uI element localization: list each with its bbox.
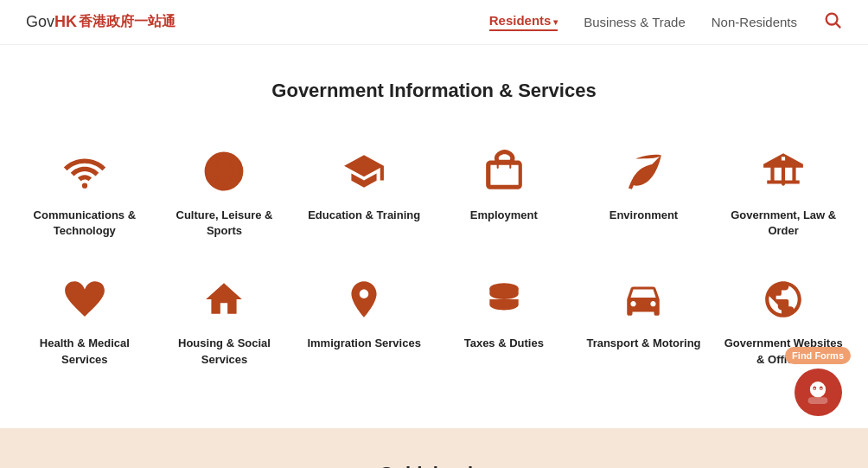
logo[interactable]: GovHK香港政府一站通 <box>26 13 176 31</box>
svg-rect-10 <box>808 397 828 404</box>
health-label: Health & Medical Services <box>23 336 146 367</box>
housing-label: Housing & Social Services <box>163 336 286 367</box>
housing-icon <box>198 273 250 325</box>
service-taxes[interactable]: Taxes & Duties <box>438 265 570 375</box>
service-health[interactable]: Health & Medical Services <box>19 265 150 375</box>
section-title: Government Information & Services <box>17 80 851 102</box>
environment-icon <box>617 145 669 197</box>
logo-gov: Gov <box>26 13 54 31</box>
transport-label: Transport & Motoring <box>586 336 700 351</box>
taxes-icon <box>478 273 530 325</box>
find-forms-container: Find Forms <box>785 347 851 416</box>
employment-label: Employment <box>470 208 538 223</box>
nav-residents[interactable]: Residents <box>489 13 558 31</box>
nav-business-trade[interactable]: Business & Trade <box>584 15 686 29</box>
service-communications[interactable]: Communications & Technology <box>19 137 150 247</box>
service-education[interactable]: Education & Training <box>298 137 430 247</box>
chatbot-icon <box>801 376 834 409</box>
svg-line-1 <box>836 23 840 28</box>
environment-label: Environment <box>610 208 678 223</box>
service-culture[interactable]: Culture, Leisure & Sports <box>159 137 290 247</box>
search-icon <box>823 10 842 29</box>
svg-point-9 <box>820 388 822 389</box>
service-employment[interactable]: Employment <box>438 137 570 247</box>
logo-hk: HK <box>54 13 77 31</box>
service-immigration[interactable]: Immigration Services <box>298 265 430 375</box>
education-icon <box>338 145 390 197</box>
education-label: Education & Training <box>308 208 420 223</box>
svg-point-5 <box>810 381 826 397</box>
service-housing[interactable]: Housing & Social Services <box>159 265 290 375</box>
communications-label: Communications & Technology <box>23 208 146 239</box>
svg-point-2 <box>82 183 87 189</box>
main-nav: Residents Business & Trade Non-Residents <box>489 10 842 34</box>
wifi-icon <box>59 145 111 197</box>
health-icon <box>59 273 111 325</box>
chatbot-avatar[interactable] <box>795 369 842 416</box>
employment-icon <box>478 145 530 197</box>
main-content: Government Information & Services Commun… <box>0 45 868 428</box>
guidebooks-title: Guidebooks <box>26 463 842 468</box>
culture-label: Culture, Leisure & Sports <box>163 208 286 239</box>
service-environment[interactable]: Environment <box>578 137 710 247</box>
find-forms-label[interactable]: Find Forms <box>785 347 851 364</box>
sports-icon <box>198 145 250 197</box>
service-government-law[interactable]: Government, Law & Order <box>718 137 849 247</box>
taxes-label: Taxes & Duties <box>464 336 544 351</box>
globe-icon <box>757 273 809 325</box>
nav-non-residents[interactable]: Non-Residents <box>712 15 797 29</box>
search-button[interactable] <box>823 10 842 34</box>
immigration-label: Immigration Services <box>307 336 421 351</box>
logo-chinese: 香港政府一站通 <box>79 13 176 31</box>
transport-icon <box>617 273 669 325</box>
guidebooks-section: Guidebooks <box>0 428 868 468</box>
law-icon <box>757 145 809 197</box>
service-transport[interactable]: Transport & Motoring <box>578 265 710 375</box>
svg-point-8 <box>814 388 815 389</box>
header: GovHK香港政府一站通 Residents Business & Trade … <box>0 0 868 45</box>
immigration-icon <box>338 273 390 325</box>
svg-point-0 <box>827 14 838 25</box>
government-law-label: Government, Law & Order <box>722 208 845 239</box>
services-grid: Communications & Technology Culture, Lei… <box>19 137 849 376</box>
